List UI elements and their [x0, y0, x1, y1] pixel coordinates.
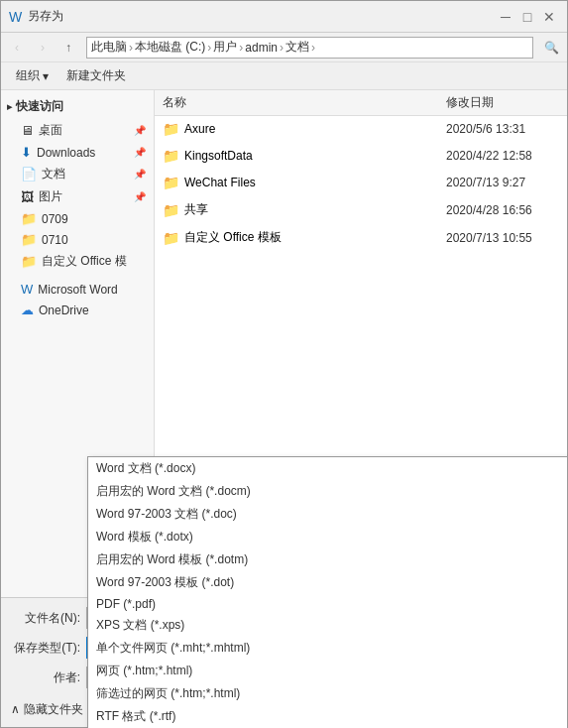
- sidebar-item-word[interactable]: W Microsoft Word: [1, 279, 154, 300]
- sidebar-item-0709[interactable]: 📁 0709: [1, 208, 154, 229]
- folder-icon-office-tpl: 📁: [163, 230, 179, 246]
- sidebar-item-0710[interactable]: 📁 0710: [1, 229, 154, 250]
- breadcrumb-users: 用户: [213, 39, 237, 56]
- pin-icon-downloads: 📌: [134, 147, 146, 158]
- word-icon: W: [21, 282, 33, 297]
- filetype-dropdown[interactable]: Word 文档 (*.docx)启用宏的 Word 文档 (*.docm)Wor…: [87, 456, 568, 728]
- dropdown-item[interactable]: Word 97-2003 模板 (*.dot): [88, 571, 567, 594]
- table-row[interactable]: 📁 WeChat Files 2020/7/13 9:27: [155, 170, 567, 196]
- organize-button[interactable]: 组织 ▾: [9, 65, 56, 87]
- quick-access-header[interactable]: ▸ 快速访问: [1, 94, 154, 119]
- dropdown-item[interactable]: 单个文件网页 (*.mht;*.mhtml): [88, 637, 567, 660]
- dropdown-item[interactable]: Word 文档 (*.docx): [88, 457, 567, 480]
- pin-icon: 📌: [134, 125, 146, 136]
- chevron-up-icon: ∧: [11, 702, 20, 716]
- sidebar-item-office-templates[interactable]: 📁 自定义 Office 模: [1, 250, 154, 273]
- table-row[interactable]: 📁 共享 2020/4/28 16:56: [155, 196, 567, 224]
- dropdown-item[interactable]: 启用宏的 Word 文档 (*.docm): [88, 480, 567, 503]
- sidebar-item-downloads[interactable]: ⬇ Downloads 📌: [1, 142, 154, 163]
- col-date-header[interactable]: 修改日期: [438, 92, 567, 113]
- pin-icon-pics: 📌: [134, 191, 146, 202]
- table-row[interactable]: 📁 KingsoftData 2020/4/22 12:58: [155, 143, 567, 170]
- folder-icon-kingsoft: 📁: [163, 148, 179, 164]
- hide-folders-toggle[interactable]: ∧ 隐藏文件夹: [11, 701, 83, 718]
- dropdown-item[interactable]: PDF (*.pdf): [88, 594, 567, 614]
- maximize-button[interactable]: □: [517, 7, 537, 27]
- dropdown-item[interactable]: Word 模板 (*.dotx): [88, 526, 567, 548]
- pin-icon-docs: 📌: [134, 169, 146, 180]
- dropdown-item[interactable]: XPS 文档 (*.xps): [88, 614, 567, 637]
- title-bar-icon: W: [9, 9, 22, 25]
- table-row[interactable]: 📁 Axure 2020/5/6 13:31: [155, 116, 567, 143]
- close-button[interactable]: ✕: [539, 7, 559, 27]
- sidebar-item-pictures[interactable]: 🖼 图片 📌: [1, 185, 154, 208]
- breadcrumb-computer: 此电脑: [91, 39, 127, 56]
- dropdown-item[interactable]: 网页 (*.htm;*.html): [88, 660, 567, 682]
- minimize-button[interactable]: ─: [496, 7, 515, 27]
- author-label: 作者:: [11, 669, 80, 686]
- col-name-header[interactable]: 名称: [155, 92, 438, 113]
- folder-icon-0710: 📁: [21, 232, 37, 247]
- folder-icon-0709: 📁: [21, 211, 37, 226]
- organize-chevron-icon: ▾: [43, 69, 49, 83]
- sidebar-item-documents[interactable]: 📄 文档 📌: [1, 163, 154, 185]
- file-list-header: 名称 修改日期: [155, 90, 567, 116]
- onedrive-icon: ☁: [21, 303, 34, 317]
- desktop-icon: 🖥: [21, 123, 34, 138]
- window-controls: ─ □ ✕: [496, 7, 559, 27]
- quick-access-chevron: ▸: [7, 101, 12, 112]
- new-folder-button[interactable]: 新建文件夹: [59, 65, 133, 87]
- folder-icon-office: 📁: [21, 254, 37, 269]
- sidebar-item-desktop[interactable]: 🖥 桌面 📌: [1, 119, 154, 142]
- breadcrumb-admin: admin: [245, 41, 278, 55]
- filetype-label: 保存类型(T):: [11, 640, 80, 657]
- sidebar-item-onedrive[interactable]: ☁ OneDrive: [1, 300, 154, 320]
- table-row[interactable]: 📁 自定义 Office 模板 2020/7/13 10:55: [155, 224, 567, 252]
- documents-icon: 📄: [21, 167, 37, 182]
- up-button[interactable]: ↑: [57, 37, 80, 59]
- title-bar-title: 另存为: [28, 8, 496, 25]
- nav-toolbar: ‹ › ↑ 此电脑 › 本地磁盘 (C:) › 用户 › admin › 文档 …: [1, 33, 567, 62]
- file-toolbar: 组织 ▾ 新建文件夹: [1, 62, 567, 90]
- address-bar[interactable]: 此电脑 › 本地磁盘 (C:) › 用户 › admin › 文档 ›: [86, 37, 533, 59]
- dropdown-item[interactable]: RTF 格式 (*.rtf): [88, 705, 567, 728]
- title-bar: W 另存为 ─ □ ✕: [1, 1, 567, 33]
- breadcrumb-drive: 本地磁盘 (C:): [135, 39, 205, 56]
- downloads-icon: ⬇: [21, 145, 32, 160]
- back-button[interactable]: ‹: [5, 37, 29, 59]
- folder-icon-shared: 📁: [163, 202, 179, 218]
- breadcrumb-docs: 文档: [285, 39, 309, 56]
- dropdown-item[interactable]: 筛选过的网页 (*.htm;*.html): [88, 682, 567, 705]
- filename-label: 文件名(N):: [11, 610, 80, 627]
- dropdown-item[interactable]: 启用宏的 Word 模板 (*.dotm): [88, 548, 567, 571]
- folder-icon-wechat: 📁: [163, 175, 179, 190]
- folder-icon-axure: 📁: [163, 121, 179, 137]
- forward-button[interactable]: ›: [31, 37, 55, 59]
- dropdown-item[interactable]: Word 97-2003 文档 (*.doc): [88, 503, 567, 526]
- pictures-icon: 🖼: [21, 189, 34, 204]
- search-button[interactable]: 🔍: [539, 37, 563, 59]
